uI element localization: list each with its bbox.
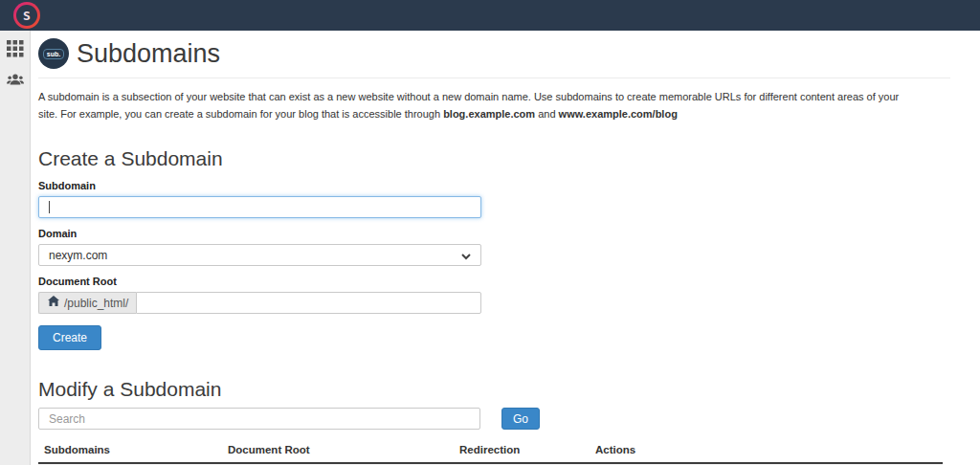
chevron-down-icon	[461, 251, 471, 260]
text-cursor	[49, 201, 50, 213]
apps-grid-icon[interactable]	[7, 40, 24, 57]
page-title: Subdomains	[77, 39, 220, 69]
domain-select[interactable]: nexym.com	[38, 244, 481, 266]
users-icon[interactable]	[7, 71, 24, 88]
modify-section-title: Modify a Subdomain	[38, 378, 949, 401]
domain-label: Domain	[38, 228, 949, 239]
document-root-addon: /public_html/	[38, 292, 136, 314]
brand-logo[interactable]: S	[13, 2, 40, 29]
subdomain-input-wrap	[38, 196, 481, 218]
feature-description: A subdomain is a subsection of your webs…	[38, 89, 921, 122]
subdomains-feature-icon: sub.	[38, 38, 69, 69]
search-row: Go	[38, 408, 949, 430]
document-root-prefix: /public_html/	[64, 297, 128, 310]
col-header-actions: Actions	[590, 437, 943, 463]
domain-select-value: nexym.com	[49, 249, 107, 262]
description-example-domain: blog.example.com	[443, 108, 535, 120]
go-button[interactable]: Go	[501, 408, 540, 430]
subdomains-table: Subdomains Document Root Redirection Act…	[38, 437, 943, 465]
create-button[interactable]: Create	[38, 325, 101, 350]
document-root-group: /public_html/	[38, 292, 481, 314]
subdomain-label: Subdomain	[38, 180, 949, 191]
description-connector: and	[535, 108, 558, 120]
main-content: sub. Subdomains A subdomain is a subsect…	[31, 31, 980, 465]
top-bar: S	[0, 0, 980, 31]
document-root-label: Document Root	[38, 276, 949, 287]
header-divider	[38, 78, 950, 78]
home-icon	[48, 296, 59, 310]
col-header-document-root: Document Root	[222, 437, 454, 463]
subdomain-input[interactable]	[38, 196, 481, 218]
subdomains-feature-icon-label: sub.	[43, 49, 64, 59]
table-header-row: Subdomains Document Root Redirection Act…	[38, 437, 943, 463]
col-header-redirection: Redirection	[454, 437, 590, 463]
brand-logo-letter: S	[16, 5, 37, 26]
col-header-subdomains: Subdomains	[38, 437, 222, 463]
create-section-title: Create a Subdomain	[38, 147, 949, 170]
document-root-input[interactable]	[136, 292, 481, 314]
description-example-path: www.example.com/blog	[559, 108, 678, 120]
sidebar	[0, 31, 31, 465]
search-input[interactable]	[38, 408, 480, 430]
page-header: sub. Subdomains	[38, 38, 949, 69]
